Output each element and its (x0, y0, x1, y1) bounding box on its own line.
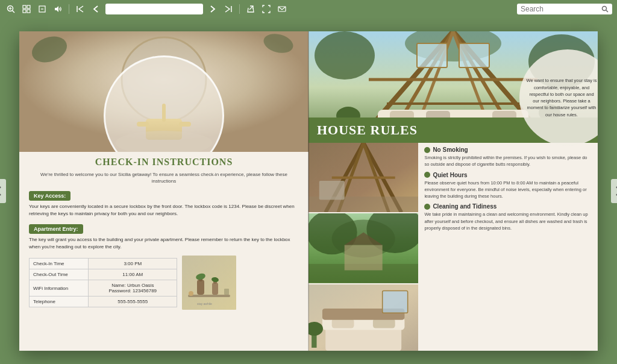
house-rules-title: HOUSE RULES (317, 122, 418, 138)
main-area: CHECK-IN INSTRUCTIONS We're thrilled to … (0, 18, 617, 364)
table-row: Check-Out Time 11:00 AM (30, 269, 177, 280)
apartment-entry-label: Apartment Entry: (29, 224, 83, 234)
rule-bullet-2 (424, 172, 430, 178)
svg-point-34 (189, 291, 193, 296)
rule-quiet-hours: Quiet Hours Please observe quiet hours f… (424, 172, 592, 200)
svg-line-1 (13, 11, 15, 13)
table-cell-label: Check-In Time (30, 259, 89, 269)
svg-rect-80 (373, 319, 395, 328)
svg-rect-50 (459, 43, 489, 67)
svg-point-38 (315, 31, 375, 80)
svg-text:stay awhile: stay awhile (197, 302, 212, 306)
no-smoking-body: Smoking is strictly prohibited within th… (424, 154, 592, 168)
prev-page-icon[interactable] (90, 4, 102, 14)
small-image-2 (308, 213, 418, 283)
rule-no-smoking: No Smoking Smoking is strictly prohibite… (424, 146, 592, 168)
prev-page-button[interactable] (0, 179, 6, 203)
checkin-title: CHECK-IN INSTRUCTIONS (29, 157, 299, 168)
right-page: HOUSE RULES We want to ensure that your … (308, 31, 598, 351)
no-smoking-title: No Smoking (424, 146, 592, 153)
quiet-hours-body: Please observe quiet hours from 10:00 PM… (424, 180, 592, 200)
zoom-in-icon[interactable] (5, 4, 17, 14)
left-page: CHECK-IN INSTRUCTIONS We're thrilled to … (19, 31, 308, 351)
email-icon[interactable] (276, 4, 288, 14)
table-cell-value: Name: Urbun Oasis Password: 123456789 (89, 280, 177, 297)
key-access-label: Key Access: (29, 191, 70, 201)
rule-cleaning: Cleaning and Tidiness We take pride in m… (424, 203, 592, 231)
svg-rect-6 (23, 10, 26, 13)
search-input[interactable] (521, 5, 599, 13)
key-access-text: Your keys are conveniently located in a … (29, 203, 299, 218)
svg-rect-35 (224, 289, 229, 295)
table-row: Check-In Time 3:00 PM (30, 259, 177, 269)
first-page-icon[interactable] (74, 4, 86, 14)
apartment-entry-text: The key will grant you access to the bui… (29, 236, 299, 251)
svg-rect-79 (332, 319, 354, 328)
small-image-1 (308, 143, 418, 212)
search-magnifier-icon (601, 5, 609, 13)
svg-line-16 (606, 10, 608, 12)
svg-rect-82 (383, 290, 408, 313)
grid-icon[interactable] (20, 4, 33, 14)
table-cell-label: Telephone (30, 297, 89, 307)
speaker-icon[interactable] (52, 4, 64, 14)
checkin-subtitle: We're thrilled to welcome you to our Sic… (29, 171, 299, 184)
table-cell-value: 11:00 AM (89, 269, 177, 280)
svg-rect-7 (27, 10, 30, 13)
page-indicator[interactable]: 4-5/10 (105, 4, 203, 14)
svg-rect-49 (417, 43, 447, 67)
intro-text: We want to ensure that your stay is comf… (525, 77, 598, 118)
svg-rect-5 (27, 5, 30, 8)
svg-rect-68 (319, 181, 345, 199)
table-cell-label: WiFi Information (30, 280, 89, 297)
last-page-icon[interactable] (222, 4, 234, 14)
separator-1 (69, 4, 69, 14)
fit-page-icon[interactable] (36, 4, 48, 14)
rules-text: No Smoking Smoking is strictly prohibite… (418, 143, 598, 351)
small-images-column (308, 143, 418, 351)
rule-bullet-1 (424, 147, 430, 153)
svg-rect-74 (345, 245, 383, 271)
table-cell-label: Check-Out Time (30, 269, 89, 280)
cleaning-body: We take pride in maintaining a clean and… (424, 211, 592, 231)
fullscreen-icon[interactable] (260, 4, 272, 14)
bottom-area: Check-In Time 3:00 PM Check-Out Time 11:… (29, 256, 299, 310)
bathroom-image (19, 31, 308, 152)
svg-rect-28 (197, 280, 204, 295)
toolbar: 4-5/10 (0, 0, 617, 18)
cleaning-title: Cleaning and Tidiness (424, 203, 592, 210)
quiet-hours-title: Quiet Hours (424, 172, 592, 178)
right-top-section: HOUSE RULES We want to ensure that your … (308, 31, 598, 143)
svg-point-15 (603, 7, 607, 11)
info-table: Check-In Time 3:00 PM Check-Out Time 11:… (29, 258, 177, 307)
share-icon[interactable] (245, 4, 257, 14)
table-cell-value: 555-555-5555 (89, 297, 177, 307)
table-cell-value: 3:00 PM (89, 259, 177, 269)
search-box (517, 4, 612, 14)
svg-rect-27 (188, 295, 230, 297)
svg-rect-4 (23, 5, 26, 8)
rule-bullet-3 (424, 204, 430, 210)
table-row: Telephone 555-555-5555 (30, 297, 177, 307)
book-spread: CHECK-IN INSTRUCTIONS We're thrilled to … (19, 31, 598, 351)
svg-rect-30 (212, 283, 218, 295)
left-content: CHECK-IN INSTRUCTIONS We're thrilled to … (19, 152, 308, 351)
table-row: WiFi Information Name: Urbun Oasis Passw… (30, 280, 177, 297)
next-page-icon[interactable] (207, 4, 219, 14)
small-image-3 (308, 284, 418, 351)
right-bottom-section: No Smoking Smoking is strictly prohibite… (308, 143, 598, 351)
next-page-button[interactable] (611, 179, 617, 203)
svg-line-13 (249, 6, 253, 10)
svg-marker-10 (55, 6, 58, 12)
separator-2 (239, 4, 240, 14)
corner-decoration-image: stay awhile (182, 256, 236, 310)
